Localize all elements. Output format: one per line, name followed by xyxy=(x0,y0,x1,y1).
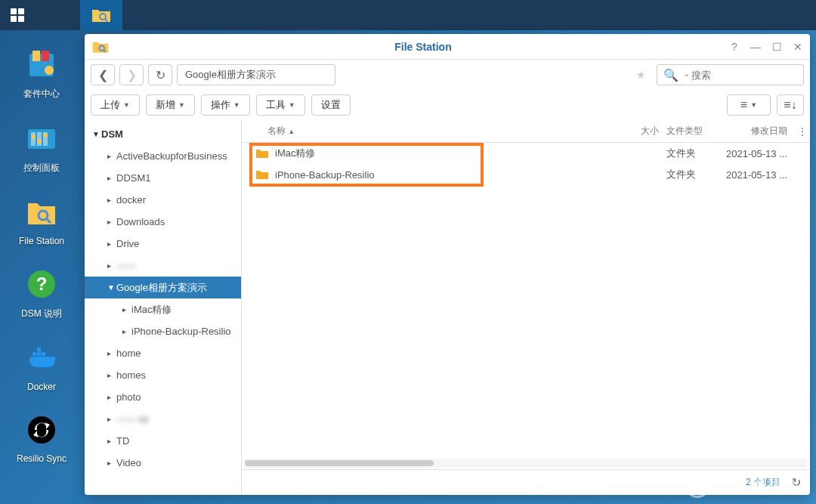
reload-button[interactable]: ↻ xyxy=(148,64,172,85)
svg-point-25 xyxy=(28,416,55,444)
tree-item-selected[interactable]: ▼Google相册方案演示 xyxy=(85,277,241,298)
sort-button[interactable]: ≡↓ xyxy=(777,94,804,116)
tree-item[interactable]: ▸photo xyxy=(85,386,241,408)
tree-item[interactable]: ▸TD xyxy=(85,430,241,452)
svg-rect-8 xyxy=(42,51,49,61)
folder-icon xyxy=(255,169,269,180)
file-list-header: 名称 ▲ 大小 文件类型 修改日期 ⋮ xyxy=(242,120,810,143)
svg-point-16 xyxy=(43,133,48,138)
desktop-icon-file-station[interactable]: File Station xyxy=(19,193,64,246)
svg-rect-22 xyxy=(37,352,41,356)
desktop-icon-label: DSM 说明 xyxy=(21,308,62,320)
pin-icon[interactable]: ? xyxy=(728,41,740,53)
svg-rect-0 xyxy=(11,8,17,14)
maximize-icon[interactable]: ☐ xyxy=(771,41,783,53)
window-title: File Station xyxy=(118,41,728,53)
desktop-icons: 套件中心 控制面板 File Station ? DSM 说明 Docker R… xyxy=(0,45,83,464)
tree-item[interactable]: ▸homes xyxy=(85,364,241,386)
tools-button[interactable]: 工具▼ xyxy=(256,94,305,116)
watermark: 值 什么值得买 xyxy=(685,472,801,498)
desktop-icon-label: 控制面板 xyxy=(23,162,60,175)
tree-item[interactable]: ▸Drive xyxy=(85,233,241,255)
search-icon: 🔍 xyxy=(663,68,678,82)
col-type[interactable]: 文件类型 xyxy=(659,125,712,138)
tree-root[interactable]: ▼DSM xyxy=(85,123,241,145)
main-menu-button[interactable] xyxy=(0,0,35,30)
tree-item[interactable]: ▸—— xyxy=(85,255,241,277)
file-row[interactable]: iPhone-Backup-Resilio 文件夹 2021-05-13 ... xyxy=(242,164,810,185)
desktop-icon-label: Docker xyxy=(27,382,56,392)
action-toolbar: 上传▼ 新增▼ 操作▼ 工具▼ 设置 ≡ ▼ ≡↓ xyxy=(85,90,810,120)
watermark-icon: 值 xyxy=(685,472,710,498)
window-header: File Station ? — ☐ ✕ xyxy=(85,34,810,60)
upload-button[interactable]: 上传▼ xyxy=(91,94,140,116)
svg-text:?: ? xyxy=(36,274,48,294)
desktop-icon-label: File Station xyxy=(19,236,64,246)
nav-toolbar: ❮ ❯ ↻ ★ 🔍 - xyxy=(85,60,810,90)
folder-icon xyxy=(255,148,269,159)
svg-rect-7 xyxy=(32,51,40,61)
tree-item[interactable]: ▸DDSM1 xyxy=(85,167,241,189)
search-box[interactable]: 🔍 - xyxy=(657,64,804,85)
taskbar xyxy=(0,0,816,30)
svg-rect-24 xyxy=(37,348,41,351)
actions-button[interactable]: 操作▼ xyxy=(201,94,250,116)
tree-item[interactable]: ▸iPhone-Backup-Resilio xyxy=(85,320,241,342)
tree-item[interactable]: ▸Downloads xyxy=(85,211,241,233)
svg-rect-2 xyxy=(11,16,17,22)
tree-item[interactable]: ▸Video xyxy=(85,452,241,474)
svg-rect-21 xyxy=(32,352,36,356)
col-size[interactable]: 大小 xyxy=(621,125,659,138)
view-mode-button[interactable]: ≡ ▼ xyxy=(727,94,771,116)
desktop-icon-docker[interactable]: Docker xyxy=(23,339,60,392)
svg-rect-3 xyxy=(18,16,24,22)
folder-tree: ▼DSM ▸ActiveBackupforBusiness ▸DDSM1 ▸do… xyxy=(85,120,242,495)
desktop-icon-label: 套件中心 xyxy=(23,88,60,100)
tree-item[interactable]: ▸docker xyxy=(85,189,241,211)
desktop-icon-dsm-help[interactable]: ? DSM 说明 xyxy=(21,265,62,320)
file-list-area: 名称 ▲ 大小 文件类型 修改日期 ⋮ iMac精修 文件夹 2021-05-1… xyxy=(242,120,810,495)
col-name[interactable]: 名称 ▲ xyxy=(242,125,621,138)
path-input[interactable] xyxy=(177,64,335,85)
create-button[interactable]: 新增▼ xyxy=(146,94,195,116)
tree-item[interactable]: ▸iMac精修 xyxy=(85,298,241,320)
window-app-icon xyxy=(91,37,110,57)
svg-point-15 xyxy=(37,139,42,144)
forward-button[interactable]: ❯ xyxy=(119,64,144,85)
svg-point-9 xyxy=(45,66,54,75)
svg-point-14 xyxy=(31,135,36,139)
col-more-icon[interactable]: ⋮ xyxy=(795,126,810,137)
close-icon[interactable]: ✕ xyxy=(792,41,804,53)
svg-rect-1 xyxy=(18,8,24,14)
tree-item[interactable]: ▸ActiveBackupforBusiness xyxy=(85,145,241,167)
minimize-icon[interactable]: — xyxy=(750,41,762,53)
svg-rect-23 xyxy=(42,352,45,356)
file-station-window: File Station ? — ☐ ✕ ❮ ❯ ↻ ★ 🔍 - 上传▼ 新增▼… xyxy=(85,34,810,495)
tree-item[interactable]: ▸—— nc xyxy=(85,408,241,430)
desktop-icon-control-panel[interactable]: 控制面板 xyxy=(23,119,60,175)
file-row[interactable]: iMac精修 文件夹 2021-05-13 ... xyxy=(242,143,810,164)
back-button[interactable]: ❮ xyxy=(91,64,115,85)
search-input[interactable] xyxy=(691,70,797,81)
tree-item[interactable]: ▸home xyxy=(85,342,241,364)
desktop-icon-package-center[interactable]: 套件中心 xyxy=(23,45,60,100)
horizontal-scrollbar[interactable] xyxy=(245,459,807,468)
taskbar-file-station[interactable] xyxy=(80,0,122,30)
col-date[interactable]: 修改日期 xyxy=(712,125,795,138)
settings-button[interactable]: 设置 xyxy=(311,94,351,116)
favorite-icon[interactable]: ★ xyxy=(636,69,646,81)
desktop-icon-resilio-sync[interactable]: Resilio Sync xyxy=(17,411,66,464)
desktop-icon-label: Resilio Sync xyxy=(17,453,66,464)
